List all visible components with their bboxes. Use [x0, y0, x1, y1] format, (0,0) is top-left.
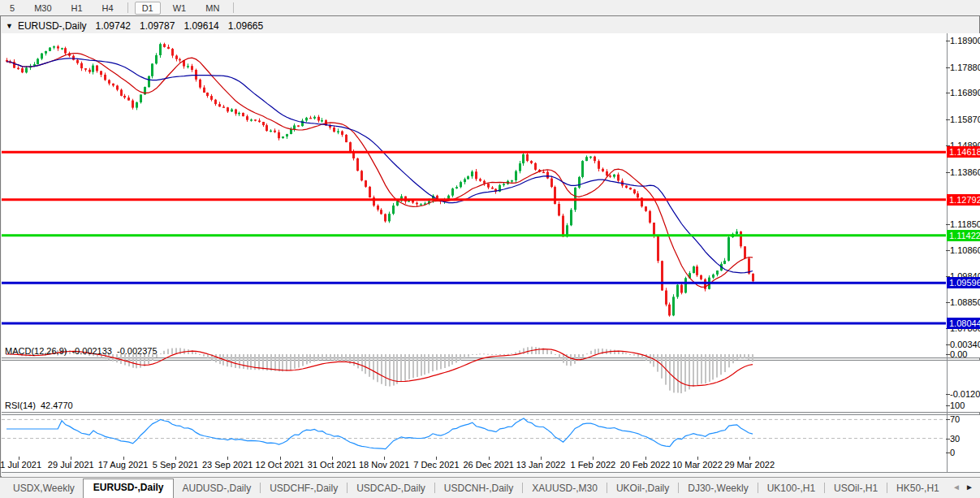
rsi-axis-label: 0 — [950, 448, 955, 457]
rsi-gridlines — [2, 419, 945, 438]
ohlc-close: 1.09665 — [228, 20, 263, 32]
tab-usdchf-daily[interactable]: USDCHF-,Daily — [261, 480, 346, 498]
tab-hk50-h1[interactable]: HK50-,H1 — [888, 480, 948, 498]
tab-xauusd-m30[interactable]: XAUUSD-,M30 — [524, 480, 606, 498]
y-axis-tick-label: 1.15870 — [950, 115, 980, 124]
macd-axis-label: -0.012058 — [950, 389, 980, 399]
date-label: 29 Mar 2022 — [713, 460, 786, 470]
tab-ukoil-daily[interactable]: UKOil-,Daily — [608, 480, 677, 498]
rsi-line — [6, 418, 753, 449]
mt4-window: 5M30H1H4D1W1MN ▼ EURUSD-,Daily 1.09742 1… — [0, 0, 980, 498]
y-axis-tick-label: 1.18900 — [950, 36, 980, 45]
tab-divider — [678, 483, 679, 493]
macd-axis-label: 0.00 — [950, 349, 967, 359]
y-axis-tick-label: 1.08850 — [950, 297, 980, 307]
chart-title: ▼ EURUSD-,Daily 1.09742 1.09787 1.09614 … — [6, 20, 263, 32]
macd-value-1: -0.002133 — [71, 346, 112, 356]
y-axis-tick-label: 1.13860 — [950, 167, 980, 177]
tab-usoil-h1[interactable]: USOil-,H1 — [826, 480, 886, 498]
tabs-prev-arrow-icon[interactable]: ◄ — [952, 483, 961, 492]
rsi-label-name: RSI(14) — [5, 401, 36, 410]
symbol-dropdown-arrow-icon[interactable]: ▼ — [6, 22, 13, 30]
rsi-axis-label: 100 — [950, 401, 965, 410]
y-axis-tick-label: 1.11850 — [950, 219, 980, 229]
rsi-axis-label: 70 — [950, 414, 960, 424]
tab-divider — [887, 483, 887, 493]
tab-divider — [824, 483, 825, 493]
macd-value-2: -0.002375 — [117, 346, 158, 356]
tab-divider — [260, 483, 261, 493]
y-axis-tick-label: 1.17880 — [950, 63, 980, 72]
tab-divider — [434, 483, 435, 493]
chart-title-symbol: EURUSD-,Daily — [18, 20, 87, 32]
tab-divider — [347, 483, 348, 493]
macd-label-name: MACD(12,26,9) — [5, 346, 67, 356]
y-axis-tick-label: 1.10860 — [950, 245, 980, 255]
tab-audusd-daily[interactable]: AUDUSD-,Daily — [174, 480, 259, 498]
macd-axis-label: 0.003408 — [950, 340, 980, 349]
ohlc-low: 1.09614 — [183, 20, 218, 32]
price-level-badge-1.11422: 1.11422 — [947, 230, 980, 241]
tab-usdcnh-daily[interactable]: USDCNH-,Daily — [436, 480, 521, 498]
price-chart-canvas[interactable] — [0, 0, 980, 498]
macd-label: MACD(12,26,9) -0.002133 -0.002375 — [5, 346, 158, 356]
candles-group — [6, 43, 754, 317]
price-level-badge-1.14618: 1.14618 — [947, 146, 980, 158]
tab-divider — [607, 483, 607, 493]
symbol-tab-bar: USDX,WeeklyEURUSD-,DailyAUDUSD-,DailyUSD… — [0, 477, 980, 498]
tab-divider — [522, 483, 523, 493]
tab-uk100-h1[interactable]: UK100-,H1 — [759, 480, 823, 498]
rsi-label: RSI(14) 42.4770 — [5, 401, 73, 410]
tab-dj30-weekly[interactable]: DJ30-,Weekly — [680, 480, 756, 498]
tab-usdx-weekly[interactable]: USDX,Weekly — [5, 480, 83, 498]
price-level-badge-1.09596: 1.09596 — [947, 277, 980, 288]
ohlc-high: 1.09787 — [140, 20, 175, 32]
rsi-value: 42.4770 — [41, 401, 73, 410]
ma-slow-line — [6, 58, 753, 273]
tab-usdcad-daily[interactable]: USDCAD-,Daily — [348, 480, 434, 498]
y-axis-tick-label: 1.16890 — [950, 88, 980, 97]
ohlc-open: 1.09742 — [96, 20, 131, 32]
price-level-badge-1.12792: 1.12792 — [947, 194, 980, 206]
price-level-badge-1.08044: 1.08044 — [947, 318, 980, 329]
tab-divider — [758, 483, 758, 493]
tabs-next-arrow-icon[interactable]: ► — [965, 483, 974, 492]
rsi-axis-label: 30 — [950, 434, 960, 444]
tab-eurusd-daily[interactable]: EURUSD-,Daily — [83, 479, 175, 498]
